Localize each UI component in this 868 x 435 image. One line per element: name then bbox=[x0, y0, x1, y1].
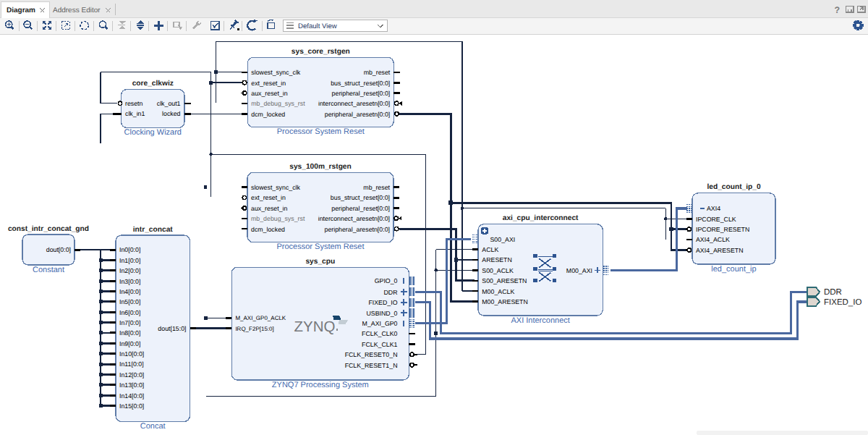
svg-text:ARESETN: ARESETN bbox=[482, 256, 512, 263]
svg-text:mb_reset: mb_reset bbox=[364, 69, 391, 76]
svg-text:M_AXI_GP0: M_AXI_GP0 bbox=[362, 320, 398, 327]
svg-text:peripheral_reset[0:0]: peripheral_reset[0:0] bbox=[332, 90, 391, 97]
svg-text:bus_struct_reset[0:0]: bus_struct_reset[0:0] bbox=[331, 80, 390, 87]
svg-text:AXI4_ACLK: AXI4_ACLK bbox=[696, 236, 730, 243]
svg-text:ext_reset_in: ext_reset_in bbox=[251, 194, 286, 201]
svg-text:In1[0:0]: In1[0:0] bbox=[119, 257, 140, 264]
svg-text:const_intr_concat_gnd: const_intr_concat_gnd bbox=[8, 225, 89, 233]
svg-text:peripheral_aresetn[0:0]: peripheral_aresetn[0:0] bbox=[325, 226, 390, 233]
svg-text:FIXED_IO: FIXED_IO bbox=[824, 298, 861, 307]
svg-text:ACLK: ACLK bbox=[482, 246, 498, 253]
svg-text:mb_debug_sys_rst: mb_debug_sys_rst bbox=[251, 100, 305, 107]
svg-text:dcm_locked: dcm_locked bbox=[251, 111, 285, 118]
svg-text:Processor System Reset: Processor System Reset bbox=[276, 242, 364, 251]
svg-text:dcm_locked: dcm_locked bbox=[251, 226, 285, 233]
svg-text:dout[15:0]: dout[15:0] bbox=[158, 325, 186, 332]
svg-text:ext_reset_in: ext_reset_in bbox=[251, 80, 286, 87]
svg-text:M00_ARESETN: M00_ARESETN bbox=[482, 298, 528, 305]
svg-text:core_clkwiz: core_clkwiz bbox=[132, 80, 174, 88]
svg-text:IPCORE_RESETN: IPCORE_RESETN bbox=[696, 226, 749, 233]
svg-text:clk_out1: clk_out1 bbox=[157, 100, 181, 107]
svg-text:ZYNQ: ZYNQ bbox=[294, 318, 336, 335]
svg-text:In4[0:0]: In4[0:0] bbox=[119, 288, 140, 295]
svg-text:FCLK_RESET1_N: FCLK_RESET1_N bbox=[345, 362, 398, 369]
svg-text:In5[0:0]: In5[0:0] bbox=[119, 298, 140, 305]
svg-text:dout[0:0]: dout[0:0] bbox=[46, 246, 71, 253]
svg-text:mb_reset: mb_reset bbox=[363, 184, 390, 191]
svg-text:FCLK_CLK1: FCLK_CLK1 bbox=[362, 341, 397, 348]
svg-text:FCLK_CLK0: FCLK_CLK0 bbox=[362, 330, 397, 337]
svg-text:In14[0:0]: In14[0:0] bbox=[119, 392, 144, 400]
svg-text:In8[0:0]: In8[0:0] bbox=[119, 329, 140, 337]
svg-text:In3[0:0]: In3[0:0] bbox=[119, 278, 140, 285]
svg-text:aux_reset_in: aux_reset_in bbox=[251, 90, 287, 97]
svg-text:IRQ_F2P[15:0]: IRQ_F2P[15:0] bbox=[235, 326, 273, 332]
svg-text:sys_core_rstgen: sys_core_rstgen bbox=[292, 48, 350, 56]
svg-text:GPIO_0: GPIO_0 bbox=[375, 277, 398, 284]
svg-text:aux_reset_in: aux_reset_in bbox=[251, 205, 287, 212]
svg-text:Constant: Constant bbox=[33, 266, 64, 274]
svg-text:axi_cpu_interconnect: axi_cpu_interconnect bbox=[503, 214, 579, 222]
svg-text:In6[0:0]: In6[0:0] bbox=[119, 309, 140, 316]
svg-text:led_count_ip_0: led_count_ip_0 bbox=[707, 183, 760, 191]
svg-text:In12[0:0]: In12[0:0] bbox=[119, 371, 144, 379]
svg-text:DDR: DDR bbox=[824, 288, 842, 297]
svg-text:bus_struct_reset[0:0]: bus_struct_reset[0:0] bbox=[331, 194, 390, 201]
svg-text:M_AXI_GP0_ACLK: M_AXI_GP0_ACLK bbox=[235, 315, 286, 321]
svg-text:slowest_sync_clk: slowest_sync_clk bbox=[251, 184, 301, 191]
svg-text:clk_in1: clk_in1 bbox=[125, 110, 145, 117]
svg-text:peripheral_aresetn[0:0]: peripheral_aresetn[0:0] bbox=[325, 111, 390, 118]
svg-text:sys_cpu: sys_cpu bbox=[305, 258, 335, 266]
svg-text:Diagram: Diagram bbox=[7, 7, 35, 14]
svg-text:mb_debug_sys_rst: mb_debug_sys_rst bbox=[251, 215, 305, 222]
svg-text:resetn: resetn bbox=[125, 100, 143, 107]
svg-text:ZYNQ7 Processing System: ZYNQ7 Processing System bbox=[272, 381, 369, 389]
svg-text:locked: locked bbox=[162, 110, 181, 117]
svg-text:USBIND_0: USBIND_0 bbox=[366, 310, 397, 317]
svg-text:DDR: DDR bbox=[383, 289, 397, 296]
svg-text:S00_ACLK: S00_ACLK bbox=[482, 267, 514, 274]
svg-text:Clocking Wizard: Clocking Wizard bbox=[124, 128, 182, 137]
svg-text:S00_ARESETN: S00_ARESETN bbox=[482, 277, 527, 284]
svg-text:slowest_sync_clk: slowest_sync_clk bbox=[251, 69, 301, 76]
svg-text:In10[0:0]: In10[0:0] bbox=[119, 350, 144, 358]
svg-text:S00_AXI: S00_AXI bbox=[490, 236, 516, 243]
svg-text:intr_concat: intr_concat bbox=[133, 226, 174, 234]
svg-text:In11[0:0]: In11[0:0] bbox=[119, 360, 144, 368]
svg-text:led_count_ip: led_count_ip bbox=[711, 265, 756, 274]
svg-text:AXI4: AXI4 bbox=[707, 205, 720, 212]
svg-text:AXI Interconnect: AXI Interconnect bbox=[511, 316, 569, 325]
svg-text:FIXED_IO: FIXED_IO bbox=[368, 299, 397, 306]
svg-text:IPCORE_CLK: IPCORE_CLK bbox=[696, 216, 736, 223]
svg-text:FCLK_RESET0_N: FCLK_RESET0_N bbox=[345, 351, 398, 358]
svg-text:In13[0:0]: In13[0:0] bbox=[119, 381, 144, 389]
svg-text:In9[0:0]: In9[0:0] bbox=[119, 340, 140, 347]
svg-text:In2[0:0]: In2[0:0] bbox=[119, 267, 140, 274]
svg-text:M00_ACLK: M00_ACLK bbox=[482, 288, 514, 295]
svg-text:In7[0:0]: In7[0:0] bbox=[119, 319, 140, 326]
svg-text:sys_100m_rstgen: sys_100m_rstgen bbox=[289, 163, 352, 171]
svg-text:M00_AXI: M00_AXI bbox=[566, 267, 592, 274]
svg-text:Concat: Concat bbox=[140, 422, 166, 431]
svg-text:Default View: Default View bbox=[298, 22, 337, 30]
svg-text:?: ? bbox=[835, 5, 841, 15]
svg-text:interconnect_aresetn[0:0]: interconnect_aresetn[0:0] bbox=[318, 215, 390, 222]
svg-text:Address Editor: Address Editor bbox=[53, 7, 101, 14]
svg-text:AXI4_ARESETN: AXI4_ARESETN bbox=[696, 247, 744, 254]
svg-text:In0[0:0]: In0[0:0] bbox=[119, 246, 140, 253]
svg-text:In15[0:0]: In15[0:0] bbox=[119, 402, 144, 410]
svg-text:interconnect_aresetn[0:0]: interconnect_aresetn[0:0] bbox=[318, 100, 390, 107]
svg-text:peripheral_reset[0:0]: peripheral_reset[0:0] bbox=[331, 205, 390, 212]
svg-text:Processor System Reset: Processor System Reset bbox=[277, 127, 365, 136]
